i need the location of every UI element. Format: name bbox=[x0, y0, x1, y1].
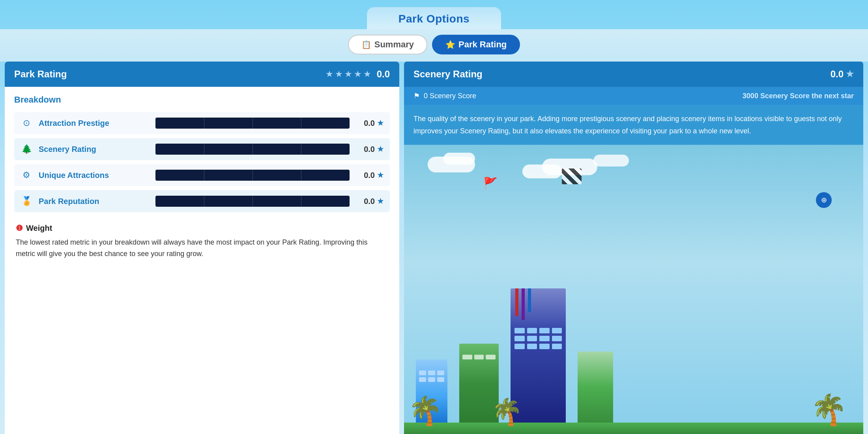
tab-park-rating[interactable]: ⭐ Park Rating bbox=[432, 35, 520, 54]
right-panel-star-icon: ★ bbox=[846, 69, 854, 79]
scenery-rating-score: 0.0 ★ bbox=[356, 145, 383, 154]
flag-banner: 🚩 bbox=[483, 176, 498, 190]
attraction-prestige-label: Attraction Prestige bbox=[39, 119, 149, 128]
ground bbox=[404, 423, 863, 434]
content-area: Park Rating ★ ★ ★ ★ ★ 0.0 Breakdown ⊙ At… bbox=[0, 62, 868, 434]
star-2: ★ bbox=[335, 69, 343, 79]
scenery-score-text: 0 Scenery Score bbox=[424, 92, 476, 100]
park-reputation-icon: 🏅 bbox=[21, 196, 32, 206]
summary-icon: 📋 bbox=[361, 40, 371, 49]
park-stars: ★ ★ ★ ★ ★ bbox=[326, 69, 371, 79]
star-3: ★ bbox=[344, 69, 352, 79]
scenery-score-icon: ⚑ bbox=[413, 92, 420, 100]
palm-mid: 🌴 bbox=[491, 399, 523, 425]
tab-park-rating-label: Park Rating bbox=[458, 39, 507, 50]
metric-row-scenery: 🌲 Scenery Rating 0.0 ★ bbox=[14, 138, 390, 160]
park-reputation-score: 0.0 ★ bbox=[356, 197, 383, 206]
right-panel-header: Scenery Rating 0.0 ★ bbox=[404, 62, 863, 87]
windows-1 bbox=[416, 367, 447, 385]
top-bar: Park Options bbox=[0, 0, 868, 29]
windows-main bbox=[511, 324, 566, 353]
scenery-star-icon: ★ bbox=[377, 145, 383, 153]
breakdown-label: Breakdown bbox=[14, 95, 390, 105]
scenery-rating-bar bbox=[155, 144, 350, 155]
right-panel: Scenery Rating 0.0 ★ ⚑ 0 Scenery Score 3… bbox=[404, 62, 863, 434]
metric-row-attraction: ⊙ Attraction Prestige 0.0 ★ bbox=[14, 112, 390, 134]
star-5: ★ bbox=[363, 69, 371, 79]
flag-blue bbox=[528, 288, 531, 312]
left-panel-title: Park Rating bbox=[14, 69, 67, 80]
park-logo: ⊕ bbox=[816, 192, 832, 208]
tab-summary[interactable]: 📋 Summary bbox=[348, 35, 427, 54]
scenery-score-left: ⚑ 0 Scenery Score bbox=[413, 92, 476, 100]
scenery-rating-icon: 🌲 bbox=[21, 144, 32, 154]
star-1: ★ bbox=[326, 69, 333, 79]
title-container: Park Options bbox=[367, 7, 501, 29]
palm-left: 🌴 bbox=[408, 397, 442, 425]
scenery-score-bar: ⚑ 0 Scenery Score 3000 Scenery Score the… bbox=[404, 87, 863, 105]
scenery-description: The quality of the scenery in your park.… bbox=[404, 105, 863, 145]
metric-row-unique: ⚙ Unique Attractions 0.0 ★ bbox=[14, 164, 390, 186]
unique-attractions-icon: ⚙ bbox=[21, 170, 32, 180]
right-panel-rating: 0.0 ★ bbox=[831, 69, 854, 80]
cloud-2 bbox=[443, 153, 475, 165]
attraction-star-icon: ★ bbox=[377, 119, 383, 127]
unique-star-icon: ★ bbox=[377, 171, 383, 180]
metric-row-reputation: 🏅 Park Reputation 0.0 ★ bbox=[14, 190, 390, 212]
checkered-flag bbox=[562, 168, 582, 184]
unique-attractions-label: Unique Attractions bbox=[39, 171, 149, 180]
park-rating-icon: ⭐ bbox=[445, 40, 455, 49]
tab-summary-label: Summary bbox=[374, 39, 414, 50]
park-image-container: 🌴 🌴 🌴 🚩 ⊕ bbox=[404, 145, 863, 434]
page-title: Park Options bbox=[398, 13, 470, 25]
windows-2 bbox=[459, 352, 499, 363]
weight-section: ❶ Weight The lowest rated metric in your… bbox=[14, 223, 390, 260]
right-panel-title: Scenery Rating bbox=[413, 69, 483, 80]
cloud-5 bbox=[593, 155, 629, 166]
attraction-prestige-bar bbox=[155, 118, 350, 129]
flag-red bbox=[515, 288, 518, 316]
unique-attractions-bar bbox=[155, 170, 350, 181]
star-4: ★ bbox=[354, 69, 362, 79]
weight-description: The lowest rated metric in your breakdow… bbox=[16, 237, 388, 260]
reputation-star-icon: ★ bbox=[377, 197, 383, 206]
attraction-prestige-score: 0.0 ★ bbox=[356, 119, 383, 128]
building-right bbox=[578, 352, 613, 423]
park-scene: 🌴 🌴 🌴 🚩 ⊕ bbox=[404, 145, 863, 434]
flag-purple bbox=[522, 288, 525, 320]
tab-bar: 📋 Summary ⭐ Park Rating bbox=[0, 29, 868, 62]
scenery-next-star: 3000 Scenery Score the next star bbox=[743, 92, 854, 100]
palm-right: 🌴 bbox=[810, 395, 847, 425]
park-reputation-label: Park Reputation bbox=[39, 197, 149, 206]
left-panel-header: Park Rating ★ ★ ★ ★ ★ 0.0 bbox=[5, 62, 399, 87]
left-panel: Park Rating ★ ★ ★ ★ ★ 0.0 Breakdown ⊙ At… bbox=[5, 62, 399, 434]
attraction-prestige-icon: ⊙ bbox=[21, 118, 32, 128]
unique-attractions-score: 0.0 ★ bbox=[356, 171, 383, 180]
park-rating-value: 0.0 bbox=[377, 69, 390, 80]
left-panel-body: Breakdown ⊙ Attraction Prestige 0.0 ★ 🌲 … bbox=[5, 87, 399, 268]
scenery-rating-label: Scenery Rating bbox=[39, 145, 149, 154]
park-reputation-bar bbox=[155, 196, 350, 207]
weight-warning-icon: ❶ bbox=[16, 223, 23, 233]
park-rating-display: ★ ★ ★ ★ ★ 0.0 bbox=[326, 69, 390, 80]
weight-title: ❶ Weight bbox=[16, 223, 388, 233]
